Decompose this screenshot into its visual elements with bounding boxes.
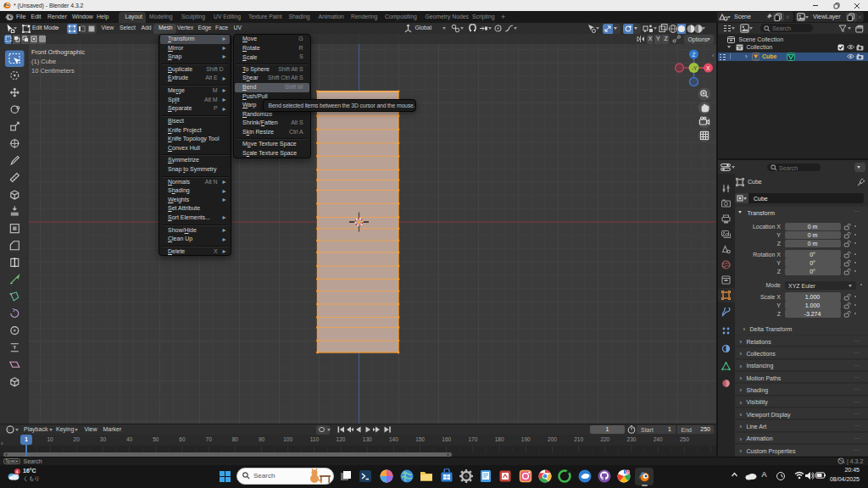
svg-text:Z: Z bbox=[693, 52, 696, 58]
svg-text:10 Centimeters: 10 Centimeters bbox=[31, 67, 75, 75]
svg-text:‹: ‹ bbox=[712, 52, 715, 59]
svg-text:X: X bbox=[706, 65, 710, 71]
svg-text:(1) Cube: (1) Cube bbox=[31, 58, 56, 65]
svg-text:Front Orthographic: Front Orthographic bbox=[31, 48, 85, 56]
svg-text:-Y: -Y bbox=[692, 65, 698, 71]
